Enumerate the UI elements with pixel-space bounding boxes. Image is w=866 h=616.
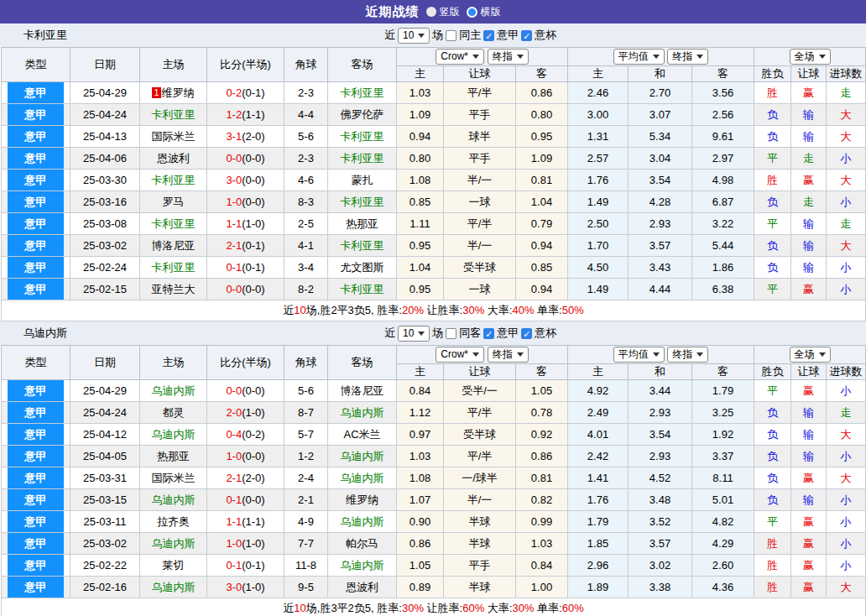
- match-count-select[interactable]: 10: [398, 28, 430, 44]
- away-team-name: 热那亚: [346, 217, 378, 230]
- away-team: 乌迪内斯: [328, 511, 397, 533]
- bookmaker-select[interactable]: Crow*: [436, 49, 484, 65]
- handicap-result: 输: [791, 104, 827, 126]
- avg-home-odds: 1.41: [568, 467, 629, 489]
- league-badge: 意甲: [8, 424, 64, 445]
- corner-score: 8-2: [284, 279, 328, 300]
- horizontal-radio-label[interactable]: 横版: [481, 5, 501, 19]
- league-badge: 意甲: [8, 235, 64, 256]
- col-avg-away: 客: [692, 66, 754, 82]
- average-select[interactable]: 平均值: [613, 347, 665, 363]
- match-date: 25-03-30: [70, 170, 140, 191]
- goals-result: 大: [827, 126, 866, 148]
- bookmaker-select[interactable]: Crow*: [436, 347, 484, 363]
- home-team-name: 热那亚: [157, 450, 190, 462]
- avg-draw-odds: 4.44: [629, 279, 692, 300]
- serie-a-checkbox[interactable]: ✓: [483, 30, 494, 41]
- halftime-score: (0-1): [242, 559, 264, 572]
- same-home-checkbox[interactable]: [446, 30, 456, 41]
- final-odds-select[interactable]: 终指: [488, 49, 529, 65]
- crow-handicap: 半/一: [444, 235, 516, 257]
- results-table-cagliari: 类型 日期 主场 比分(半场) 角球 客场 Crow* 终指 平均值 终指 全场…: [1, 47, 866, 321]
- home-team: 罗马: [140, 191, 207, 213]
- match-date: 25-04-12: [70, 424, 140, 446]
- crow-home-odds: 1.04: [397, 257, 444, 279]
- avg-final-select[interactable]: 终指: [667, 347, 708, 363]
- fullmatch-select[interactable]: 全场: [790, 49, 831, 65]
- summary-segment: 30%: [512, 602, 534, 614]
- wdl-result: 负: [754, 489, 791, 511]
- col-result-goals: 进球数: [827, 66, 866, 82]
- table-row: 意甲 25-03-16 罗马 1-0(0-0) 8-3 卡利亚里 0.85 一球…: [2, 191, 866, 213]
- same-home-label: 同主: [459, 28, 481, 43]
- serie-a-checkbox[interactable]: ✓: [483, 328, 494, 339]
- same-away-checkbox[interactable]: [446, 328, 456, 339]
- avg-away-odds: 2.97: [692, 148, 754, 170]
- handicap-result: 输: [791, 446, 827, 467]
- halftime-score: (0-2): [242, 428, 264, 441]
- average-select-group: 平均值 终指: [568, 48, 754, 66]
- away-team-name: 卡利亚里: [341, 283, 384, 295]
- col-result-goals: 进球数: [827, 364, 866, 380]
- col-type: 类型: [2, 48, 70, 82]
- league-badge: 意甲: [8, 82, 64, 103]
- league-cell: 意甲: [2, 533, 70, 555]
- home-team-name: 亚特兰大: [152, 283, 196, 295]
- halftime-score: (2-0): [242, 472, 264, 484]
- halftime-score: (0-0): [242, 450, 264, 462]
- home-team-name: 乌迪内斯: [152, 537, 196, 550]
- crow-home-odds: 1.05: [397, 555, 444, 577]
- wdl-result: 胜: [754, 555, 791, 577]
- chevron-down-icon: [517, 352, 524, 357]
- summary-segment: 50%: [562, 304, 584, 316]
- home-team-name: 国际米兰: [152, 130, 196, 143]
- handicap-result: 输: [791, 213, 827, 235]
- away-team: 博洛尼亚: [328, 380, 397, 402]
- avg-away-odds: 6.38: [692, 279, 754, 300]
- away-team: 佛罗伦萨: [328, 104, 397, 126]
- crow-away-odds: 0.85: [516, 257, 568, 279]
- match-count-select[interactable]: 10: [398, 326, 430, 342]
- layout-vertical-option[interactable]: 竖版: [426, 5, 460, 19]
- match-score: 1-2(1-1): [207, 104, 284, 126]
- vertical-radio-label[interactable]: 竖版: [440, 5, 460, 19]
- crow-home-odds: 0.94: [397, 126, 444, 148]
- crow-away-odds: 1.09: [516, 148, 568, 170]
- halftime-score: (0-0): [242, 152, 264, 164]
- corner-score: 4-6: [284, 170, 328, 191]
- fullmatch-select[interactable]: 全场: [790, 347, 831, 363]
- col-home: 主场: [140, 346, 207, 380]
- match-score: 1-1(1-0): [207, 213, 284, 235]
- table-row: 意甲 25-04-29 乌迪内斯 0-0(0-0) 5-6 博洛尼亚 0.84 …: [2, 380, 866, 402]
- avg-away-odds: 3.37: [692, 446, 754, 467]
- filter-bar: 近 10 场 同主 ✓ 意甲 ✓ 意杯: [384, 23, 556, 47]
- vertical-radio-icon[interactable]: [426, 7, 436, 17]
- halftime-score: (0-0): [242, 384, 264, 397]
- italy-cup-checkbox[interactable]: ✓: [521, 30, 532, 41]
- crow-handicap: 受半球: [444, 257, 516, 279]
- layout-horizontal-option[interactable]: 横版: [467, 5, 501, 19]
- crow-handicap: 平/半: [444, 402, 516, 424]
- halftime-score: (0-0): [242, 493, 264, 506]
- col-score: 比分(半场): [207, 346, 284, 380]
- summary-segment: 60%: [462, 602, 484, 614]
- match-date: 25-03-02: [70, 533, 140, 555]
- goals-result: 大: [827, 235, 866, 257]
- away-team-name: 乌迪内斯: [341, 450, 384, 462]
- corner-score: 4-4: [284, 104, 328, 126]
- horizontal-radio-icon[interactable]: [467, 7, 477, 18]
- col-handicap: 让球: [444, 364, 516, 380]
- match-score: 1-0(0-0): [207, 191, 284, 213]
- chevron-down-icon: [472, 55, 479, 59]
- home-team: 都灵: [140, 402, 207, 424]
- crow-away-odds: 0.79: [516, 213, 568, 235]
- fulltime-score: 2-0: [226, 406, 242, 419]
- handicap-result: 走: [791, 191, 827, 213]
- italy-cup-checkbox[interactable]: ✓: [521, 328, 532, 339]
- average-select[interactable]: 平均值: [613, 49, 665, 65]
- col-home: 主场: [140, 48, 207, 82]
- final-odds-select[interactable]: 终指: [488, 347, 529, 363]
- away-team-name: 维罗纳: [346, 493, 378, 506]
- match-date: 25-03-15: [70, 489, 140, 511]
- avg-final-select[interactable]: 终指: [667, 49, 708, 65]
